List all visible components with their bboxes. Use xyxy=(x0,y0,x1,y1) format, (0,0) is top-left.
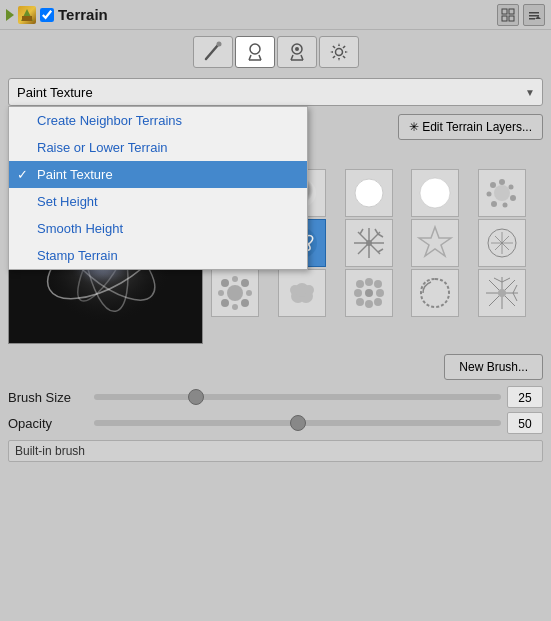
svg-rect-2 xyxy=(502,9,507,14)
svg-point-81 xyxy=(304,285,314,295)
opacity-label: Opacity xyxy=(8,416,88,431)
brush-cell-2[interactable] xyxy=(345,169,393,217)
svg-line-57 xyxy=(360,229,363,234)
dropdown-item-set-height[interactable]: Set Height xyxy=(9,188,307,215)
mode-dropdown[interactable]: Paint Texture xyxy=(8,78,543,106)
brush-cell-4[interactable] xyxy=(478,169,526,217)
toolbar xyxy=(0,30,551,74)
svg-point-72 xyxy=(241,299,249,307)
dropdown-item-paint-texture[interactable]: ✓ Paint Texture xyxy=(9,161,307,188)
svg-point-36 xyxy=(503,203,508,208)
settings-tool-btn[interactable] xyxy=(319,36,359,68)
brush-size-track[interactable] xyxy=(94,394,501,400)
svg-point-35 xyxy=(510,195,516,201)
svg-point-88 xyxy=(356,298,364,306)
brush-size-label: Brush Size xyxy=(8,390,88,405)
create-neighbor-label: Create Neighbor Terrains xyxy=(37,113,182,128)
title-right-icons xyxy=(497,4,545,26)
status-text: Built-in brush xyxy=(15,444,85,458)
svg-rect-6 xyxy=(529,12,539,14)
svg-line-10 xyxy=(206,45,218,59)
svg-point-84 xyxy=(374,280,382,288)
svg-point-73 xyxy=(232,276,238,282)
dropdown-item-smooth-height[interactable]: Smooth Height xyxy=(9,215,307,242)
status-bar: Built-in brush xyxy=(8,440,543,462)
dropdown-item-stamp-terrain[interactable]: Stamp Terrain xyxy=(9,242,307,269)
brush-cell-13[interactable] xyxy=(411,269,459,317)
svg-point-32 xyxy=(420,178,450,208)
svg-point-90 xyxy=(365,289,373,297)
svg-point-12 xyxy=(250,44,260,54)
svg-point-71 xyxy=(221,299,229,307)
svg-point-37 xyxy=(491,201,497,207)
svg-point-87 xyxy=(365,300,373,308)
detail-tool-btn[interactable] xyxy=(277,36,317,68)
svg-point-68 xyxy=(227,285,243,301)
expand-arrow-icon[interactable] xyxy=(6,9,14,21)
brush-cell-10[interactable] xyxy=(211,269,259,317)
brush-cell-9[interactable] xyxy=(478,219,526,267)
title-bar: Terrain xyxy=(0,0,551,30)
brush-cell-14[interactable] xyxy=(478,269,526,317)
svg-line-58 xyxy=(375,229,378,234)
brush-cell-8[interactable] xyxy=(411,219,459,267)
dropdown-menu: Create Neighbor Terrains Raise or Lower … xyxy=(8,106,308,270)
more-options-icon[interactable] xyxy=(523,4,545,26)
svg-marker-62 xyxy=(419,227,451,256)
bottom-section: New Brush... Brush Size 25 Opacity 50 Bu… xyxy=(0,348,551,468)
svg-point-69 xyxy=(221,279,229,287)
sculpt-tool-btn[interactable] xyxy=(235,36,275,68)
svg-point-34 xyxy=(509,185,514,190)
svg-rect-1 xyxy=(22,16,32,21)
svg-line-98 xyxy=(513,293,517,301)
svg-line-95 xyxy=(494,278,502,282)
opacity-value[interactable]: 50 xyxy=(507,412,543,434)
svg-rect-8 xyxy=(529,18,535,20)
svg-line-59 xyxy=(378,234,383,237)
svg-point-80 xyxy=(290,285,300,295)
opacity-row: Opacity 50 xyxy=(8,412,543,434)
svg-point-74 xyxy=(232,304,238,310)
edit-terrain-layers-btn[interactable]: ✳ Edit Terrain Layers... xyxy=(398,114,543,140)
opacity-thumb[interactable] xyxy=(290,415,306,431)
svg-rect-3 xyxy=(509,9,514,14)
svg-point-31 xyxy=(355,179,383,207)
svg-point-61 xyxy=(366,240,372,246)
brush-size-value[interactable]: 25 xyxy=(507,386,543,408)
svg-point-76 xyxy=(246,290,252,296)
svg-point-82 xyxy=(356,280,364,288)
svg-point-85 xyxy=(376,289,384,297)
svg-rect-5 xyxy=(509,16,514,21)
paint-texture-label: Paint Texture xyxy=(37,167,113,182)
brush-size-row: Brush Size 25 xyxy=(8,386,543,408)
svg-line-60 xyxy=(378,249,383,252)
svg-rect-7 xyxy=(529,15,539,17)
svg-point-99 xyxy=(498,289,506,297)
paint-brush-tool-btn[interactable] xyxy=(193,36,233,68)
svg-point-11 xyxy=(216,42,221,47)
brush-cell-3[interactable] xyxy=(411,169,459,217)
checkmark-icon: ✓ xyxy=(17,167,28,182)
svg-point-20 xyxy=(295,47,299,51)
new-brush-row: New Brush... xyxy=(8,354,543,380)
dropdown-selected-value: Paint Texture xyxy=(17,85,93,100)
brush-size-thumb[interactable] xyxy=(188,389,204,405)
smooth-height-label: Smooth Height xyxy=(37,221,123,236)
brush-cell-11[interactable] xyxy=(278,269,326,317)
raise-lower-label: Raise or Lower Terrain xyxy=(37,140,168,155)
svg-point-75 xyxy=(218,290,224,296)
dropdown-item-raise-lower[interactable]: Raise or Lower Terrain xyxy=(9,134,307,161)
terrain-visible-checkbox[interactable] xyxy=(40,8,54,22)
brush-cell-12[interactable] xyxy=(345,269,393,317)
svg-rect-4 xyxy=(502,16,507,21)
svg-line-96 xyxy=(502,278,510,282)
new-brush-btn[interactable]: New Brush... xyxy=(444,354,543,380)
layout-icon[interactable] xyxy=(497,4,519,26)
svg-point-33 xyxy=(499,179,505,185)
dropdown-item-create-neighbor[interactable]: Create Neighbor Terrains xyxy=(9,107,307,134)
opacity-track[interactable] xyxy=(94,420,501,426)
svg-point-21 xyxy=(335,49,342,56)
svg-line-97 xyxy=(513,285,517,293)
brush-cell-7[interactable] xyxy=(345,219,393,267)
svg-point-38 xyxy=(487,192,492,197)
